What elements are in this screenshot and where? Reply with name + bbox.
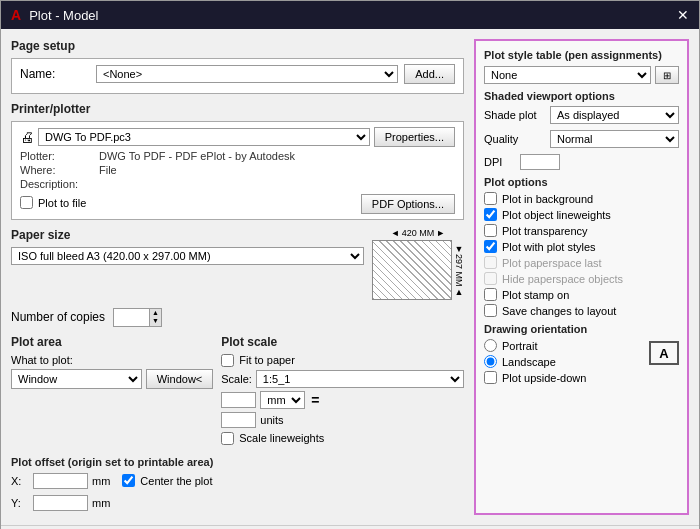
- dialog-title: Plot - Model: [29, 8, 98, 23]
- dialog-body: Page setup Name: <None> Add... Printer/p…: [1, 29, 699, 525]
- what-to-plot-select[interactable]: Window: [11, 369, 142, 389]
- paper-size-preview-row: Paper size ISO full bleed A3 (420.00 x 2…: [11, 228, 464, 300]
- x-label: X:: [11, 475, 29, 487]
- fit-to-paper-label: Fit to paper: [239, 354, 295, 366]
- quality-select[interactable]: Normal: [550, 130, 679, 148]
- plot-with-plot-styles-checkbox[interactable]: [484, 240, 497, 253]
- plot-with-plot-styles-label: Plot with plot styles: [502, 241, 596, 253]
- plot-stamp-on-row: Plot stamp on: [484, 288, 679, 301]
- plot-in-background-checkbox[interactable]: [484, 192, 497, 205]
- page-setup-section: Page setup Name: <None> Add...: [11, 39, 464, 94]
- dpi-input[interactable]: 100: [520, 154, 560, 170]
- plot-stamp-on-label: Plot stamp on: [502, 289, 569, 301]
- scale-value1[interactable]: 1: [221, 392, 256, 408]
- printer-icon: 🖨: [20, 129, 34, 145]
- paper-hatch: [373, 241, 451, 299]
- portrait-radio[interactable]: [484, 339, 497, 352]
- center-plot-label: Center the plot: [140, 475, 212, 487]
- plot-stamp-on-checkbox[interactable]: [484, 288, 497, 301]
- plot-upside-down-checkbox[interactable]: [484, 371, 497, 384]
- landscape-row: Landscape: [484, 355, 586, 368]
- preview-width-label: ◄420 MM►: [391, 228, 445, 238]
- plot-to-file-label: Plot to file: [38, 197, 86, 209]
- scale-unit1[interactable]: mm: [260, 391, 305, 409]
- scale-value2[interactable]: 5: [221, 412, 256, 428]
- plotter-label: Plotter:: [20, 150, 95, 162]
- dpi-label: DPI: [484, 156, 514, 168]
- y-input[interactable]: 0.50: [33, 495, 88, 511]
- x-input[interactable]: 0.00: [33, 473, 88, 489]
- plot-object-lineweights-label: Plot object lineweights: [502, 209, 611, 221]
- where-value: File: [99, 164, 117, 176]
- what-to-plot-row: Window Window<: [11, 369, 213, 389]
- plot-style-title: Plot style table (pen assignments): [484, 49, 679, 61]
- printer-group: 🖨 DWG To PDF.pc3 Properties... Plotter: …: [11, 121, 464, 220]
- shade-plot-label: Shade plot: [484, 109, 544, 121]
- add-button[interactable]: Add...: [404, 64, 455, 84]
- hide-paperspace-objects-row: Hide paperspace objects: [484, 272, 679, 285]
- y-mm: mm: [92, 497, 110, 509]
- plot-in-background-label: Plot in background: [502, 193, 593, 205]
- copies-down[interactable]: ▼: [149, 317, 161, 325]
- page-setup-title: Page setup: [11, 39, 464, 53]
- offset-row: X: 0.00 mm Center the plot: [11, 473, 464, 492]
- plot-object-lineweights-checkbox[interactable]: [484, 208, 497, 221]
- scale-lineweights-label: Scale lineweights: [239, 432, 324, 444]
- plot-in-background-row: Plot in background: [484, 192, 679, 205]
- fit-to-paper-checkbox[interactable]: [221, 354, 234, 367]
- properties-button[interactable]: Properties...: [374, 127, 455, 147]
- save-changes-to-layout-checkbox[interactable]: [484, 304, 497, 317]
- y-label: Y:: [11, 497, 29, 509]
- shaded-viewport-section: Shaded viewport options Shade plot As di…: [484, 90, 679, 170]
- plot-object-lineweights-row: Plot object lineweights: [484, 208, 679, 221]
- shade-plot-select[interactable]: As displayed: [550, 106, 679, 124]
- landscape-radio[interactable]: [484, 355, 497, 368]
- printer-name-select[interactable]: DWG To PDF.pc3: [38, 128, 370, 146]
- center-plot-checkbox[interactable]: [122, 474, 135, 487]
- quality-row: Quality Normal: [484, 130, 679, 148]
- drawing-orientation-section: Drawing orientation Portrait Landscape: [484, 323, 679, 387]
- save-changes-to-layout-row: Save changes to layout: [484, 304, 679, 317]
- copies-section: Number of copies 1 ▲ ▼: [11, 308, 464, 327]
- plot-options-title: Plot options: [484, 176, 679, 188]
- scale-unit2-row: 5 units: [221, 412, 464, 428]
- copies-label: Number of copies: [11, 310, 105, 324]
- plot-upside-down-row: Plot upside-down: [484, 371, 586, 384]
- hide-paperspace-objects-checkbox[interactable]: [484, 272, 497, 285]
- plot-area-title: Plot area: [11, 335, 213, 349]
- plot-style-edit-button[interactable]: ⊞: [655, 66, 679, 84]
- plot-transparency-row: Plot transparency: [484, 224, 679, 237]
- plot-style-select[interactable]: None: [484, 66, 651, 84]
- description-label: Description:: [20, 178, 95, 190]
- plot-transparency-checkbox[interactable]: [484, 224, 497, 237]
- shaded-viewport-title: Shaded viewport options: [484, 90, 679, 102]
- page-setup-name-select[interactable]: <None>: [96, 65, 398, 83]
- close-button[interactable]: ✕: [677, 7, 689, 23]
- scale-select[interactable]: 1:5_1: [256, 370, 464, 388]
- scale-lineweights-checkbox[interactable]: [221, 432, 234, 445]
- quality-label: Quality: [484, 133, 544, 145]
- scale-lineweights-row: Scale lineweights: [221, 432, 464, 445]
- plot-transparency-label: Plot transparency: [502, 225, 588, 237]
- hide-paperspace-objects-label: Hide paperspace objects: [502, 273, 623, 285]
- preview-height-label: ▼297 MM▲: [454, 244, 464, 297]
- app-icon: A: [11, 7, 21, 23]
- plot-file-row: Plot to file PDF Options...: [20, 194, 455, 214]
- title-bar: A Plot - Model ✕: [1, 1, 699, 29]
- copies-up[interactable]: ▲: [149, 309, 161, 317]
- paper-size-select[interactable]: ISO full bleed A3 (420.00 x 297.00 MM): [11, 247, 364, 265]
- page-setup-name-row: Name: <None> Add...: [20, 64, 455, 84]
- shade-plot-row: Shade plot As displayed: [484, 106, 679, 124]
- window-button[interactable]: Window<: [146, 369, 214, 389]
- paper-size-title: Paper size: [11, 228, 364, 242]
- plot-with-plot-styles-row: Plot with plot styles: [484, 240, 679, 253]
- dpi-row: DPI 100: [484, 154, 679, 170]
- area-scale-row: Plot area What to plot: Window Window< P…: [11, 335, 464, 448]
- plot-paperspace-last-checkbox[interactable]: [484, 256, 497, 269]
- plot-to-file-checkbox[interactable]: [20, 196, 33, 209]
- right-panel: Plot style table (pen assignments) None …: [474, 39, 689, 515]
- copies-input[interactable]: 1: [114, 310, 149, 324]
- scale-unit2: units: [260, 414, 283, 426]
- plot-area-section: Plot area What to plot: Window Window<: [11, 335, 213, 448]
- pdf-options-button[interactable]: PDF Options...: [361, 194, 455, 214]
